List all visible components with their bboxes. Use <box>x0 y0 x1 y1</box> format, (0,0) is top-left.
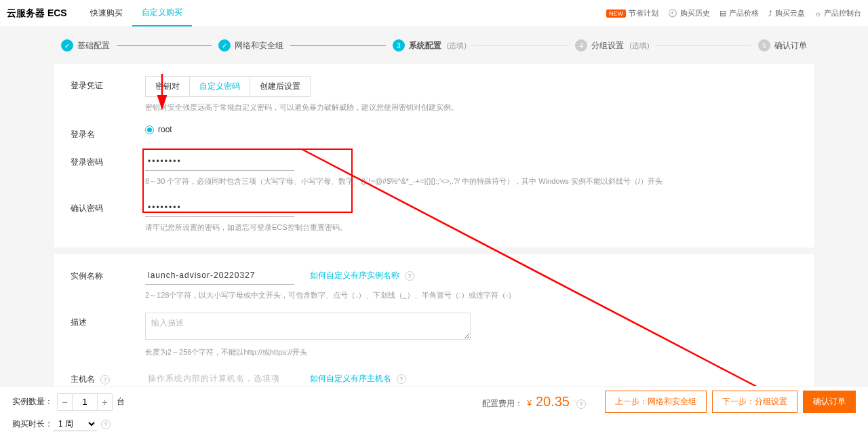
description-label: 描述 <box>71 313 145 328</box>
opt-after-create[interactable]: 创建后设置 <box>250 77 310 96</box>
confirm-password-hint: 请牢记您所设置的密码，如遗忘可登录ECS控制台重置密码。 <box>145 222 797 233</box>
price-tag-icon: ▤ <box>719 9 726 18</box>
hostname-label: 主机名 ? <box>71 370 145 385</box>
hostname-input[interactable] <box>145 370 294 388</box>
step-basic[interactable]: ✓ 基础配置 <box>61 39 110 52</box>
tab-custom-buy[interactable]: 自定义购买 <box>132 0 192 26</box>
credential-hint: 密钥对安全强度远高于常规自定义密码，可以避免暴力破解威胁，建议您使用密钥对创建实… <box>145 102 797 113</box>
history-link[interactable]: 🕘 购买历史 <box>668 8 710 18</box>
opt-custom-password[interactable]: 自定义密码 <box>190 77 250 96</box>
step-system[interactable]: 3 系统配置 (选填) <box>393 39 467 52</box>
description-rule: 长度为2～256个字符，不能以http://或https://开头 <box>145 347 797 357</box>
qty-decrease-button[interactable]: − <box>58 394 73 410</box>
qty-stepper: − + <box>57 393 113 411</box>
login-card: 登录凭证 密钥对 自定义密码 创建后设置 密钥对安全强度远高于常规自定义密码，可… <box>54 64 814 247</box>
check-icon: ✓ <box>218 39 231 52</box>
qty-increase-button[interactable]: + <box>97 394 112 410</box>
help-icon[interactable]: ? <box>101 420 111 429</box>
qty-value-input[interactable] <box>73 394 97 410</box>
page-body: ✓ 基础配置 ✓ 网络和安全组 3 系统配置 (选填) 4 分组设置 (选填) … <box>0 27 868 436</box>
duration-select[interactable]: 1 周 <box>53 417 97 431</box>
next-step-button[interactable]: 下一步：分组设置 <box>712 391 797 413</box>
top-header: 云服务器 ECS 快速购买 自定义购买 NEW 节省计划 🕘 购买历史 ▤ 产品… <box>0 0 868 27</box>
instance-name-input[interactable] <box>145 266 294 285</box>
disk-icon: ⤴ <box>768 9 772 18</box>
disk-link[interactable]: ⤴ 购买云盘 <box>768 8 805 18</box>
footer-bar: 实例数量： − + 台 配置费用： ¥ 20.35 ? 上一步：网络和安全组 下… <box>0 386 868 436</box>
clock-icon: 🕘 <box>668 9 677 18</box>
header-right: NEW 节省计划 🕘 购买历史 ▤ 产品价格 ⤴ 购买云盘 ☼ 产品控制台 <box>606 8 861 18</box>
cost-display: 配置费用： ¥ 20.35 ? <box>482 394 586 410</box>
password-label: 登录密码 <box>71 153 145 168</box>
radio-checked-icon <box>145 125 154 134</box>
password-input[interactable] <box>145 153 294 171</box>
description-textarea[interactable] <box>145 313 471 340</box>
confirm-password-input[interactable] <box>145 199 294 217</box>
password-rule: 8～30 个字符，必须同时包含三项（大写字母、小写字母、数字、()`!~@#$%… <box>145 176 797 186</box>
help-icon[interactable]: ? <box>397 374 406 384</box>
help-icon[interactable]: ? <box>100 375 110 384</box>
instance-name-label: 实例名称 <box>71 266 145 282</box>
price-link[interactable]: ▤ 产品价格 <box>719 8 759 18</box>
new-badge: NEW <box>606 9 626 18</box>
console-icon: ☼ <box>814 9 821 18</box>
step-confirm[interactable]: 5 确认订单 <box>758 39 807 52</box>
hostname-help-link[interactable]: 如何自定义有序主机名 <box>310 374 391 383</box>
confirm-order-button[interactable]: 确认订单 <box>803 391 856 413</box>
instance-name-rule: 2～128个字符，以大小写字母或中文开头，可包含数字、点号（.）、下划线（_）、… <box>145 290 797 300</box>
step-network[interactable]: ✓ 网络和安全组 <box>218 39 283 52</box>
duration-label: 购买时长： <box>12 418 53 430</box>
qty-unit: 台 <box>117 396 125 408</box>
step-group[interactable]: 4 分组设置 (选填) <box>575 39 649 52</box>
login-name-root[interactable]: root <box>145 125 797 134</box>
login-name-label: 登录名 <box>71 125 145 140</box>
console-link[interactable]: ☼ 产品控制台 <box>814 8 861 18</box>
qty-label: 实例数量： <box>12 396 53 408</box>
help-icon[interactable]: ? <box>576 399 586 409</box>
tab-quick-buy[interactable]: 快速购买 <box>81 0 132 26</box>
prev-step-button[interactable]: 上一步：网络和安全组 <box>605 391 707 413</box>
login-cred-label: 登录凭证 <box>71 76 145 92</box>
purchase-mode-tabs: 快速购买 自定义购买 <box>81 0 192 26</box>
credential-type-segment: 密钥对 自定义密码 创建后设置 <box>145 76 311 97</box>
saving-plan-link[interactable]: NEW 节省计划 <box>606 8 658 18</box>
help-icon[interactable]: ? <box>405 271 414 281</box>
confirm-password-label: 确认密码 <box>71 199 145 214</box>
instance-name-help-link[interactable]: 如何自定义有序实例名称 <box>310 271 399 280</box>
opt-keypair[interactable]: 密钥对 <box>146 77 190 96</box>
product-title: 云服务器 ECS <box>7 7 67 20</box>
wizard-steps: ✓ 基础配置 ✓ 网络和安全组 3 系统配置 (选填) 4 分组设置 (选填) … <box>61 34 807 57</box>
check-icon: ✓ <box>61 39 73 52</box>
